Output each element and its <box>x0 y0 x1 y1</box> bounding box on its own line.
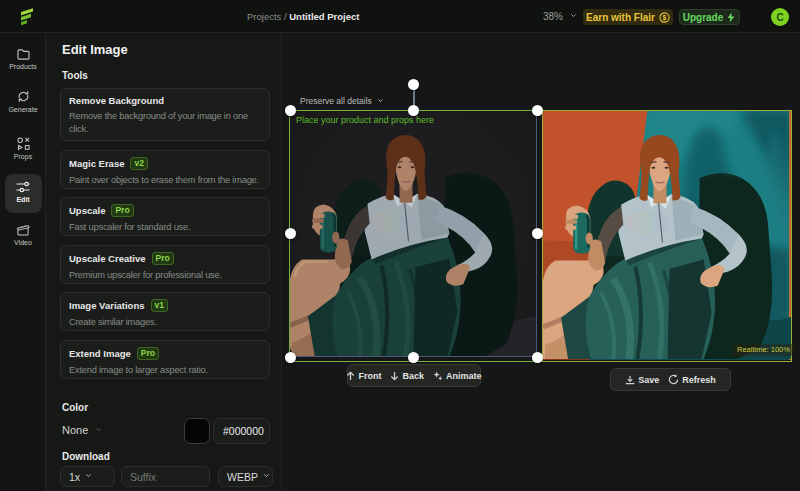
svg-text:$: $ <box>663 13 667 21</box>
